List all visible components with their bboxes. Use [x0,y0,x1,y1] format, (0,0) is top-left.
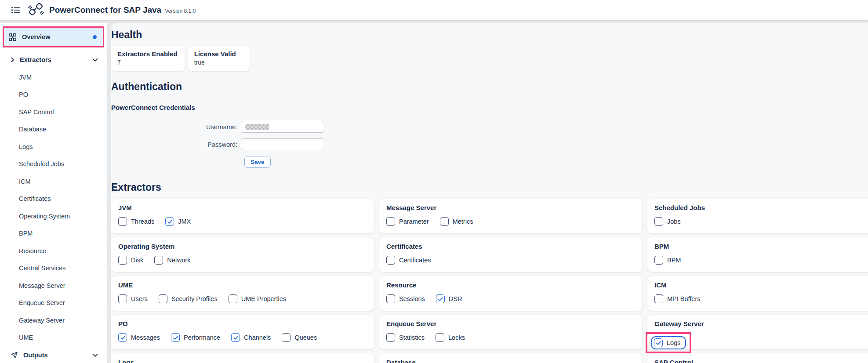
sidebar-group-label: Extractors [20,56,51,63]
extractor-card-sap-control: SAP Control [647,353,868,363]
sidebar-item-certificates[interactable]: Certificates [0,190,107,208]
extractors-heading: Extractors [111,182,868,193]
card-title: Certificates [386,243,635,250]
checkbox-label: Certificates [399,257,431,264]
app-title: PowerConnect for SAP Java [49,5,161,15]
checkbox-label: Logs [667,339,680,346]
health-cards: Extractors Enabled 7 License Valid true [111,46,868,71]
chevron-down-icon [92,353,98,357]
sidebar-item-jvm[interactable]: JVM [0,69,107,86]
password-label: Password: [111,141,241,148]
menu-icon[interactable] [10,4,22,16]
sidebar-item-sap-control[interactable]: SAP Control [0,103,107,121]
checkbox-label: Users [131,295,148,302]
extractor-card-jvm: JVMThreadsJMX [111,199,374,233]
checkbox-label: Locks [448,334,465,341]
health-card-title: Extractors Enabled [117,50,178,58]
save-button[interactable]: Save [244,156,271,168]
checkbox-messages[interactable] [118,333,127,342]
redacted-username-value [245,124,269,130]
checkbox-row: Logs [654,333,868,353]
extractor-card-ume: UMEUsersSecurity ProfilesUME Properties [111,276,374,311]
checkbox-dsr[interactable] [436,294,445,303]
card-title: Message Server [386,204,635,211]
sidebar-item-scheduled-jobs[interactable]: Scheduled Jobs [0,156,107,173]
checkbox-group-performance: Performance [171,333,220,342]
checkbox-group-ume-properties: UME Properties [229,294,286,303]
notification-dot [93,35,97,39]
checkbox-group-security-profiles: Security Profiles [159,294,218,303]
checkbox-group-messages: Messages [118,333,160,342]
paper-plane-icon [11,352,18,359]
sidebar-item-database[interactable]: Database [0,121,107,138]
checkbox-row: UsersSecurity ProfilesUME Properties [118,294,367,303]
sidebar-item-resource[interactable]: Resource [0,242,107,260]
checkbox-parameter[interactable] [386,217,395,226]
sidebar-item-overview[interactable]: Overview [3,26,104,47]
credentials-subheading: PowerConnect Credentials [111,104,868,111]
username-label: Username: [111,123,241,131]
checkbox-certificates[interactable] [386,256,395,265]
sidebar-item-ume[interactable]: UME [0,329,107,347]
checkbox-locks[interactable] [436,333,444,342]
card-title: UME [118,281,367,289]
checkbox-queues[interactable] [282,333,291,342]
sidebar-item-message-server[interactable]: Message Server [0,277,107,294]
checkbox-security-profiles[interactable] [159,294,167,303]
checkbox-users[interactable] [118,294,127,303]
checkbox-label: Threads [131,218,154,225]
sidebar-item-po[interactable]: PO [0,86,107,104]
checkbox-group-users: Users [118,294,148,303]
sidebar-item-logs[interactable]: Logs [0,138,107,156]
authentication-heading: Authentication [111,81,868,93]
checkbox-ume-properties[interactable] [229,294,237,303]
checkbox-group-jobs: Jobs [654,217,681,226]
card-title: SAP Control [654,359,868,363]
checkbox-logs[interactable] [654,338,663,347]
extractor-card-database: Database [379,353,642,363]
main-content: Health Extractors Enabled 7 License Vali… [111,23,868,363]
checkbox-row: BPM [654,256,868,265]
checkbox-group-bpm: BPM [654,256,681,265]
checkbox-label: BPM [667,257,681,264]
sidebar-item-enqueue-server[interactable]: Enqueue Server [0,294,107,312]
card-title: ICM [654,281,868,289]
health-card-license-valid: License Valid true [188,46,250,71]
checkbox-group-queues: Queues [282,333,317,342]
checkbox-disk[interactable] [118,256,127,265]
checkbox-row: Certificates [386,256,635,265]
checkbox-network[interactable] [154,256,163,265]
checkbox-group-sessions: Sessions [386,294,425,303]
sidebar-item-operating-system[interactable]: Operating System [0,207,107,225]
checkbox-mpi-buffers[interactable] [654,294,663,303]
checkbox-label: Sessions [399,295,425,302]
checkbox-jobs[interactable] [654,217,663,226]
sidebar-group-outputs[interactable]: Outputs [0,346,107,363]
checkbox-metrics[interactable] [440,217,449,226]
annotation-highlight-logs: Logs [646,332,691,353]
checkbox-statistics[interactable] [386,333,395,342]
checkbox-label: Queues [294,334,317,341]
checkbox-label: Disk [131,257,143,264]
checkbox-row: ParameterMetrics [386,217,635,226]
sidebar-item-gateway-server[interactable]: Gateway Server [0,312,107,329]
checkbox-threads[interactable] [118,217,127,226]
checkbox-channels[interactable] [231,333,240,342]
checkbox-bpm[interactable] [654,256,663,265]
checkbox-group-network: Network [154,256,190,265]
checkbox-label: Jobs [667,218,681,225]
chevron-down-icon [92,58,98,62]
sidebar-item-icm[interactable]: ICM [0,173,107,190]
extractor-card-bpm: BPMBPM [647,237,868,272]
checkbox-jmx[interactable] [165,217,174,226]
checkbox-performance[interactable] [171,333,180,342]
sidebar-item-bpm[interactable]: BPM [0,225,107,243]
password-input[interactable] [241,138,324,150]
checkbox-label: Statistics [399,334,425,341]
sidebar-group-extractors[interactable]: Extractors [0,51,107,69]
checkbox-sessions[interactable] [386,294,395,303]
checkbox-label: Performance [184,334,220,341]
sidebar-item-central-services[interactable]: Central Services [0,260,107,277]
checkbox-group-parameter: Parameter [386,217,429,226]
extractor-card-gateway-server: Gateway ServerLogs [647,315,868,349]
